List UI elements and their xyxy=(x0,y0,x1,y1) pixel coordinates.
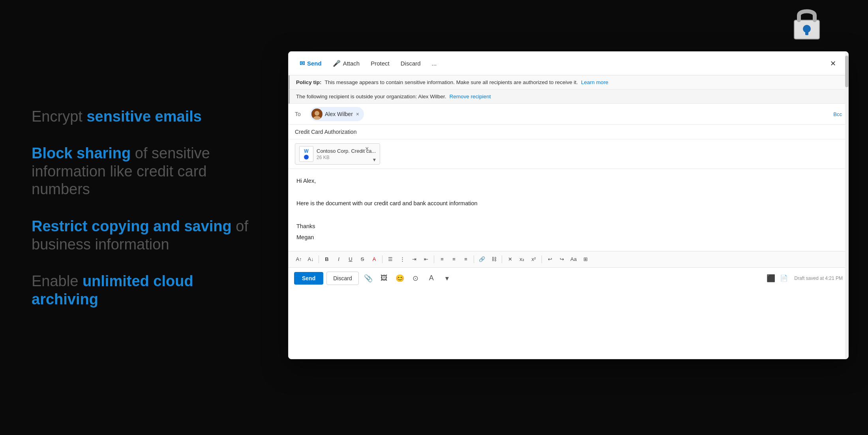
policy-tip-label: Policy tip: xyxy=(296,79,322,85)
draft-document-icon: 📄 xyxy=(780,274,788,282)
recipient-remove-button[interactable]: × xyxy=(355,111,360,117)
fmt-align-center[interactable]: ≡ xyxy=(448,254,459,265)
attachment-size: 26 KB xyxy=(317,155,376,160)
recipient-chip[interactable]: Alex Wilber × xyxy=(310,107,364,121)
send-icon: ✉ xyxy=(300,60,305,67)
feature-encrypt-prefix: Encrypt xyxy=(32,108,86,125)
fmt-bullets[interactable]: ☰ xyxy=(385,254,396,265)
fmt-align-right[interactable]: ≡ xyxy=(460,254,471,265)
fmt-underline[interactable]: U xyxy=(345,254,356,265)
toolbar-more-button[interactable]: ... xyxy=(427,57,442,70)
svg-rect-2 xyxy=(805,30,808,35)
fmt-sep2 xyxy=(382,255,382,263)
fmt-italic[interactable]: I xyxy=(333,254,344,265)
email-body[interactable]: Hi Alex, Here is the document with our c… xyxy=(289,169,848,251)
feature-cloud-prefix: Enable xyxy=(32,273,82,289)
toolbar-discard-button[interactable]: Discard xyxy=(396,57,426,70)
close-icon: ✕ xyxy=(830,59,836,68)
fmt-sep3 xyxy=(434,255,434,263)
fmt-align-left[interactable]: ≡ xyxy=(437,254,448,265)
lock-icon xyxy=(789,4,825,41)
fmt-subscript[interactable]: x₂ xyxy=(516,254,527,265)
feature-block-sharing: Block sharing of sensitive information l… xyxy=(32,144,257,199)
scrollbar[interactable] xyxy=(845,52,848,359)
fmt-style[interactable]: Aa xyxy=(568,254,579,265)
fmt-link[interactable]: 🔗 xyxy=(476,254,487,265)
feature-block-highlight: Block sharing xyxy=(32,145,131,161)
feature-restrict-highlight: Restrict copying and saving xyxy=(32,218,232,234)
body-line2 xyxy=(296,188,840,197)
body-line1: Hi Alex, xyxy=(296,176,840,186)
to-label: To xyxy=(295,111,307,117)
body-line6: Megan xyxy=(296,232,840,242)
fmt-superscript[interactable]: x² xyxy=(528,254,539,265)
fmt-font-shrink[interactable]: A↓ xyxy=(305,254,316,265)
fmt-sep5 xyxy=(502,255,502,263)
feature-encrypt-highlight: sensitive emails xyxy=(86,108,202,125)
bcc-button[interactable]: Bcc xyxy=(833,111,842,117)
subject-field[interactable]: Credit Card Authorization xyxy=(289,125,848,139)
fmt-font-color[interactable]: A xyxy=(369,254,380,265)
toolbar-send-label: Send xyxy=(307,60,322,67)
body-line4 xyxy=(296,210,840,220)
draft-saved-text: Draft saved at 4:21 PM xyxy=(794,276,843,281)
left-panel: Encrypt sensitive emails Block sharing o… xyxy=(0,0,276,435)
to-field: To Alex Wilber × Bcc xyxy=(289,104,848,125)
lock-icon-area xyxy=(789,4,825,41)
discard-action-button[interactable]: Discard xyxy=(326,272,358,285)
action-bar: Send Discard 📎 🖼 😊 ⊙ A ▾ ⬛ 📄 Draft saved… xyxy=(289,267,848,289)
policy-tip-bar: Policy tip: This message appears to cont… xyxy=(289,75,848,90)
fmt-sep4 xyxy=(474,255,474,263)
loop-icon-button[interactable]: ⊙ xyxy=(409,272,422,285)
attachment-area: W Contoso Corp. Credit ca... 26 KB × ▼ xyxy=(289,139,848,169)
fmt-clear-format[interactable]: ✕ xyxy=(504,254,516,265)
fmt-sep6 xyxy=(542,255,542,263)
fmt-undo[interactable]: ↩ xyxy=(544,254,555,265)
fmt-table[interactable]: ⊞ xyxy=(580,254,591,265)
attachment-close-button[interactable]: × xyxy=(365,145,369,152)
fmt-indent-increase[interactable]: ⇥ xyxy=(409,254,420,265)
more-options-button[interactable]: ▾ xyxy=(441,272,454,285)
recipient-warning-bar: The following recipient is outside your … xyxy=(289,90,848,104)
fmt-unlink[interactable]: ⛓ xyxy=(488,254,499,265)
microsoft-logo: ⬛ xyxy=(767,274,775,283)
body-line3: Here is the document with our credit car… xyxy=(296,199,840,208)
toolbar-protect-button[interactable]: Protect xyxy=(366,57,394,70)
feature-restrict-copying: Restrict copying and saving of business … xyxy=(32,218,257,253)
email-toolbar: ✉ Send 🎤 Attach Protect Discard ... ✕ xyxy=(289,52,848,75)
toolbar-attach-button[interactable]: 🎤 Attach xyxy=(328,56,365,70)
emoji-icon-button[interactable]: 😊 xyxy=(394,272,406,285)
attachment-file-icon: W xyxy=(299,146,313,162)
learn-more-link[interactable]: Learn more xyxy=(581,79,608,85)
feature-cloud-archiving: Enable unlimited cloud archiving xyxy=(32,272,257,308)
fmt-redo[interactable]: ↪ xyxy=(556,254,567,265)
toolbar-discard-label: Discard xyxy=(401,60,421,67)
toolbar-send-button[interactable]: ✉ Send xyxy=(295,56,326,70)
toolbar-more-label: ... xyxy=(432,60,437,67)
subject-text: Credit Card Authorization xyxy=(295,129,356,135)
format-toolbar: A↑ A↓ B I U S A ☰ ⋮ ⇥ ⇤ ≡ ≡ ≡ 🔗 ⛓ ✕ x₂ x… xyxy=(289,251,848,267)
editor-icon-button[interactable]: A xyxy=(425,272,438,285)
fmt-indent-decrease[interactable]: ⇤ xyxy=(420,254,431,265)
recipient-avatar xyxy=(311,109,322,120)
fmt-bold[interactable]: B xyxy=(321,254,332,265)
fmt-strikethrough[interactable]: S xyxy=(357,254,368,265)
toolbar-attach-label: Attach xyxy=(343,60,360,67)
image-icon-button[interactable]: 🖼 xyxy=(378,272,390,285)
scrollbar-thumb[interactable] xyxy=(845,56,848,87)
fmt-font-grow[interactable]: A↑ xyxy=(293,254,304,265)
attachment-dropdown-button[interactable]: ▼ xyxy=(372,157,377,163)
body-line5: Thanks xyxy=(296,221,840,231)
policy-tip-message: This message appears to contain sensitiv… xyxy=(325,79,578,85)
attach-icon: 🎤 xyxy=(333,60,341,67)
close-button[interactable]: ✕ xyxy=(824,54,842,73)
svg-point-4 xyxy=(315,111,319,116)
remove-recipient-link[interactable]: Remove recipient xyxy=(449,94,491,99)
fmt-numbering[interactable]: ⋮ xyxy=(397,254,408,265)
send-action-button[interactable]: Send xyxy=(294,272,323,285)
email-compose-window: ✉ Send 🎤 Attach Protect Discard ... ✕ Po… xyxy=(288,51,849,359)
feature-encrypt: Encrypt sensitive emails xyxy=(32,108,257,126)
attach-icon-button[interactable]: 📎 xyxy=(362,272,375,285)
attachment-chip[interactable]: W Contoso Corp. Credit ca... 26 KB × ▼ xyxy=(295,143,380,165)
toolbar-protect-label: Protect xyxy=(371,60,390,67)
